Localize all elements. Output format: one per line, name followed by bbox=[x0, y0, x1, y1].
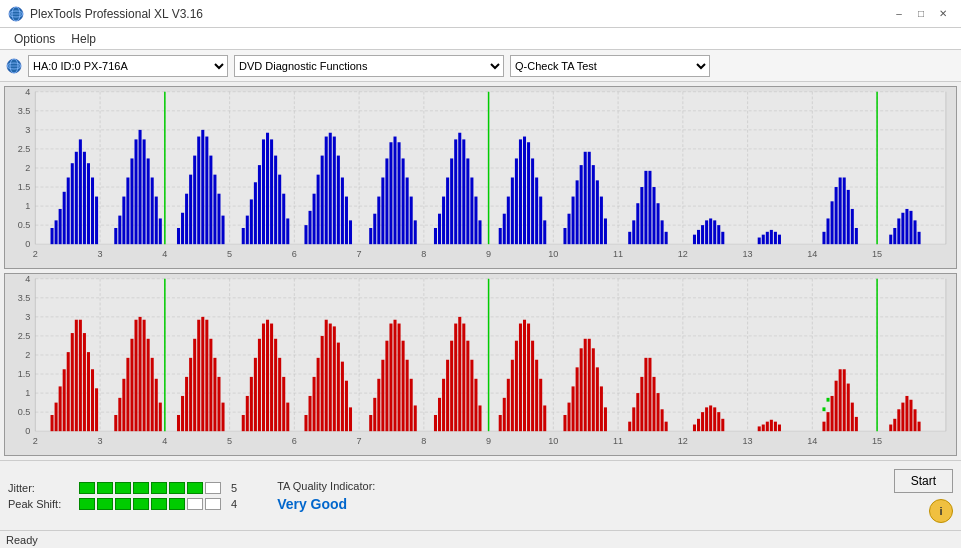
start-btn-section: Start i bbox=[894, 469, 953, 523]
svg-text:2: 2 bbox=[33, 436, 38, 446]
svg-rect-363 bbox=[693, 425, 696, 432]
svg-rect-72 bbox=[185, 194, 188, 244]
svg-rect-391 bbox=[901, 403, 904, 432]
svg-rect-142 bbox=[563, 228, 566, 244]
svg-rect-309 bbox=[381, 360, 384, 431]
svg-rect-343 bbox=[568, 403, 571, 432]
svg-rect-152 bbox=[604, 218, 607, 244]
svg-rect-168 bbox=[713, 220, 716, 244]
svg-rect-367 bbox=[709, 405, 712, 431]
jitter-bar bbox=[79, 482, 221, 494]
svg-rect-186 bbox=[889, 235, 892, 245]
svg-rect-337 bbox=[527, 324, 530, 432]
svg-rect-131 bbox=[503, 214, 506, 244]
svg-rect-314 bbox=[402, 341, 405, 432]
svg-rect-46 bbox=[51, 228, 54, 244]
svg-rect-51 bbox=[71, 163, 74, 244]
svg-rect-371 bbox=[758, 426, 761, 431]
svg-rect-94 bbox=[304, 225, 307, 244]
test-select[interactable]: Q-Check TA Test bbox=[510, 55, 710, 77]
svg-rect-278 bbox=[209, 339, 212, 431]
svg-text:15: 15 bbox=[872, 436, 882, 446]
svg-rect-259 bbox=[118, 398, 121, 431]
svg-rect-84 bbox=[250, 199, 253, 244]
svg-rect-345 bbox=[576, 367, 579, 431]
svg-rect-126 bbox=[466, 158, 469, 244]
svg-rect-265 bbox=[143, 320, 146, 431]
svg-rect-124 bbox=[458, 133, 461, 244]
svg-rect-335 bbox=[519, 324, 522, 432]
svg-rect-110 bbox=[385, 158, 388, 244]
svg-rect-50 bbox=[67, 178, 70, 245]
svg-rect-351 bbox=[600, 386, 603, 431]
svg-rect-56 bbox=[91, 178, 94, 245]
svg-rect-47 bbox=[55, 220, 58, 244]
jitter-seg-8 bbox=[205, 482, 221, 494]
svg-rect-133 bbox=[511, 178, 514, 245]
svg-rect-175 bbox=[774, 232, 777, 244]
start-button[interactable]: Start bbox=[894, 469, 953, 493]
svg-rect-96 bbox=[313, 194, 316, 244]
chart-top: 4 3.5 3 2.5 2 1.5 1 0.5 0 bbox=[4, 86, 957, 269]
svg-rect-138 bbox=[531, 158, 534, 244]
svg-rect-342 bbox=[563, 415, 566, 431]
svg-rect-58 bbox=[114, 228, 117, 244]
svg-rect-330 bbox=[499, 415, 502, 431]
jitter-seg-2 bbox=[97, 482, 113, 494]
menu-help[interactable]: Help bbox=[63, 30, 104, 48]
svg-rect-380 bbox=[835, 381, 838, 431]
status-bar: Ready bbox=[0, 530, 961, 548]
svg-rect-132 bbox=[507, 197, 510, 245]
svg-rect-108 bbox=[377, 197, 380, 245]
svg-rect-381 bbox=[839, 369, 842, 431]
svg-rect-258 bbox=[114, 415, 117, 431]
svg-rect-48 bbox=[59, 209, 62, 244]
peak-seg-6 bbox=[169, 498, 185, 510]
svg-rect-270 bbox=[177, 415, 180, 431]
svg-rect-155 bbox=[636, 203, 639, 244]
svg-rect-275 bbox=[197, 320, 200, 431]
svg-rect-119 bbox=[438, 214, 441, 244]
svg-rect-89 bbox=[270, 139, 273, 244]
svg-text:0.5: 0.5 bbox=[18, 407, 31, 417]
jitter-seg-1 bbox=[79, 482, 95, 494]
svg-rect-191 bbox=[909, 211, 912, 244]
svg-rect-69 bbox=[159, 218, 162, 244]
svg-text:3: 3 bbox=[25, 125, 30, 135]
info-button[interactable]: i bbox=[929, 499, 953, 523]
svg-rect-192 bbox=[914, 220, 917, 244]
svg-rect-359 bbox=[652, 377, 655, 431]
svg-rect-390 bbox=[897, 409, 900, 431]
svg-rect-264 bbox=[139, 317, 142, 431]
svg-text:0: 0 bbox=[25, 239, 30, 249]
main-content: 4 3.5 3 2.5 2 1.5 1 0.5 0 bbox=[0, 82, 961, 460]
minimize-button[interactable]: – bbox=[889, 6, 909, 22]
ta-quality-value: Very Good bbox=[277, 496, 375, 512]
svg-rect-67 bbox=[151, 178, 154, 245]
svg-rect-115 bbox=[406, 178, 409, 245]
maximize-button[interactable]: □ bbox=[911, 6, 931, 22]
svg-rect-316 bbox=[410, 379, 413, 431]
svg-rect-307 bbox=[373, 398, 376, 431]
svg-rect-256 bbox=[91, 369, 94, 431]
svg-rect-135 bbox=[519, 139, 522, 244]
close-button[interactable]: ✕ bbox=[933, 6, 953, 22]
svg-rect-393 bbox=[909, 400, 912, 431]
svg-rect-344 bbox=[572, 386, 575, 431]
svg-rect-53 bbox=[79, 139, 82, 244]
svg-rect-294 bbox=[304, 415, 307, 431]
svg-rect-78 bbox=[209, 156, 212, 245]
svg-rect-76 bbox=[201, 130, 204, 244]
svg-rect-266 bbox=[147, 339, 150, 431]
svg-rect-157 bbox=[644, 171, 647, 244]
function-select[interactable]: DVD Diagnostic Functions bbox=[234, 55, 504, 77]
svg-rect-122 bbox=[450, 158, 453, 244]
drive-select[interactable]: HA:0 ID:0 PX-716A bbox=[28, 55, 228, 77]
svg-text:2: 2 bbox=[25, 350, 30, 360]
svg-rect-331 bbox=[503, 398, 506, 431]
menu-options[interactable]: Options bbox=[6, 30, 63, 48]
svg-rect-274 bbox=[193, 339, 196, 431]
svg-rect-109 bbox=[381, 178, 384, 245]
svg-rect-166 bbox=[705, 220, 708, 244]
svg-text:1.5: 1.5 bbox=[18, 182, 31, 192]
